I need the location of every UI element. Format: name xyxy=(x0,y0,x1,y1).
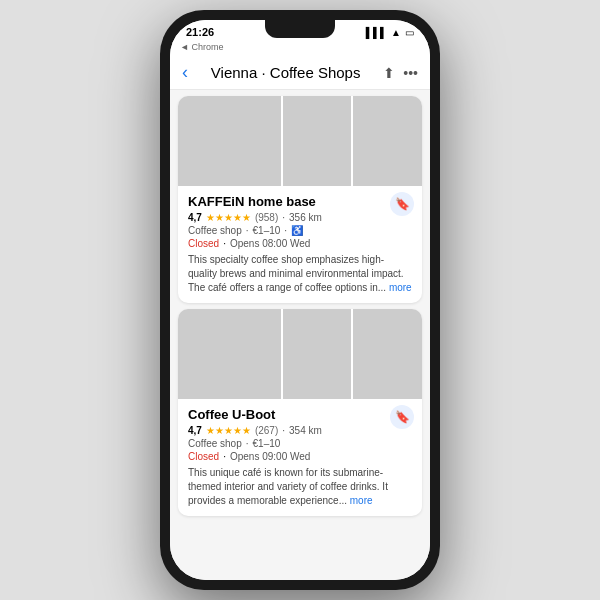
shop-photo-1-1 xyxy=(178,96,281,186)
info-row-2: Coffee shop · €1–10 xyxy=(188,438,412,449)
notch xyxy=(265,20,335,38)
closed-label-1: Closed xyxy=(188,238,219,249)
opens-label-1: Opens 08:00 Wed xyxy=(230,238,310,249)
battery-icon: ▭ xyxy=(405,27,414,38)
rating-num-1: 4,7 xyxy=(188,212,202,223)
status-time: 21:26 xyxy=(186,26,214,38)
distance-1: 356 km xyxy=(289,212,322,223)
rating-row-2: 4,7 ★★★★★ (267) · 354 km xyxy=(188,425,412,436)
photo-strip-2 xyxy=(178,309,422,399)
shop-photo-2-2 xyxy=(283,309,352,399)
shop-photo-2-3 xyxy=(353,309,422,399)
price-2: €1–10 xyxy=(253,438,281,449)
stars-2: ★★★★★ xyxy=(206,425,251,436)
description-2: This unique café is known for its submar… xyxy=(188,466,412,508)
phone-frame: 21:26 ▌▌▌ ▲ ▭ ◄ Chrome ‹ Vienna · Coffee… xyxy=(160,10,440,590)
phone-screen: 21:26 ▌▌▌ ▲ ▭ ◄ Chrome ‹ Vienna · Coffee… xyxy=(170,20,430,580)
more-link-1[interactable]: more xyxy=(389,282,412,293)
dot-sep-7: · xyxy=(223,451,226,462)
dot-sep-3: · xyxy=(284,225,287,236)
rating-num-2: 4,7 xyxy=(188,425,202,436)
shop-name-2: Coffee U-Boot xyxy=(188,407,412,422)
shop-photo-1-3 xyxy=(353,96,422,186)
accessibility-icon-1: ♿ xyxy=(291,225,303,236)
content-area: 🔖 KAFFEiN home base 4,7 ★★★★★ (958) · 35… xyxy=(170,90,430,580)
stars-1: ★★★★★ xyxy=(206,212,251,223)
shop-card-2: 🔖 Coffee U-Boot 4,7 ★★★★★ (267) · 354 km… xyxy=(178,309,422,516)
bookmark-button-1[interactable]: 🔖 xyxy=(390,192,414,216)
more-link-2[interactable]: more xyxy=(350,495,373,506)
info-row-1: Coffee shop · €1–10 · ♿ xyxy=(188,225,412,236)
shop-card-1: 🔖 KAFFEiN home base 4,7 ★★★★★ (958) · 35… xyxy=(178,96,422,303)
card-body-2: 🔖 Coffee U-Boot 4,7 ★★★★★ (267) · 354 km… xyxy=(178,399,422,516)
reviews-2: (267) xyxy=(255,425,278,436)
dot-sep-5: · xyxy=(282,425,285,436)
dot-sep-2: · xyxy=(246,225,249,236)
reviews-1: (958) xyxy=(255,212,278,223)
distance-2: 354 km xyxy=(289,425,322,436)
shop-name-1: KAFFEiN home base xyxy=(188,194,412,209)
page-title: Vienna · Coffee Shops xyxy=(196,64,375,81)
more-button[interactable]: ••• xyxy=(403,65,418,81)
bookmark-button-2[interactable]: 🔖 xyxy=(390,405,414,429)
shop-photo-2-1 xyxy=(178,309,281,399)
status-row-2: Closed · Opens 09:00 Wed xyxy=(188,451,412,462)
browser-label: ◄ Chrome xyxy=(170,40,430,56)
shop-photo-1-2 xyxy=(283,96,352,186)
dot-sep-1: · xyxy=(282,212,285,223)
closed-label-2: Closed xyxy=(188,451,219,462)
dot-sep-4: · xyxy=(223,238,226,249)
nav-bar: ‹ Vienna · Coffee Shops ⬆ ••• xyxy=(170,56,430,90)
status-row-1: Closed · Opens 08:00 Wed xyxy=(188,238,412,249)
wifi-icon: ▲ xyxy=(391,27,401,38)
dot-sep-6: · xyxy=(246,438,249,449)
price-1: €1–10 xyxy=(253,225,281,236)
signal-icon: ▌▌▌ xyxy=(366,27,387,38)
category-2: Coffee shop xyxy=(188,438,242,449)
opens-label-2: Opens 09:00 Wed xyxy=(230,451,310,462)
description-text-1: This specialty coffee shop emphasizes hi… xyxy=(188,254,404,293)
category-1: Coffee shop xyxy=(188,225,242,236)
back-button[interactable]: ‹ xyxy=(182,62,188,83)
description-1: This specialty coffee shop emphasizes hi… xyxy=(188,253,412,295)
rating-row-1: 4,7 ★★★★★ (958) · 356 km xyxy=(188,212,412,223)
share-button[interactable]: ⬆ xyxy=(383,65,395,81)
status-icons: ▌▌▌ ▲ ▭ xyxy=(366,27,414,38)
photo-strip-1 xyxy=(178,96,422,186)
bookmark-icon-2: 🔖 xyxy=(395,410,410,424)
card-body-1: 🔖 KAFFEiN home base 4,7 ★★★★★ (958) · 35… xyxy=(178,186,422,303)
nav-actions: ⬆ ••• xyxy=(383,65,418,81)
bookmark-icon-1: 🔖 xyxy=(395,197,410,211)
